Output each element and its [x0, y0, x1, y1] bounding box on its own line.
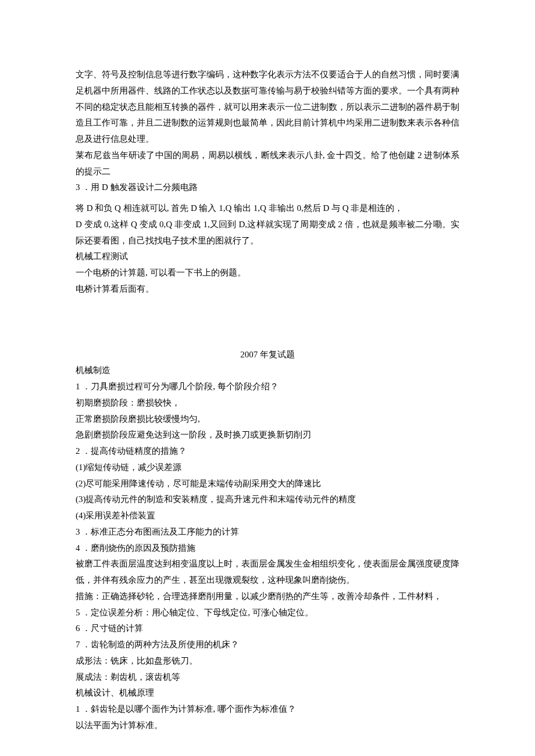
- paragraph: 4 ．磨削烧伤的原因及预防措施: [76, 540, 459, 557]
- paragraph: 成形法：铣床，比如盘形铣刀。: [76, 653, 459, 669]
- paragraph: D 变成 0,这样 Q 变成 0,Q 非变成 1,又回到 D,这样就实现了周期变…: [76, 217, 459, 249]
- paragraph: (4)采用误差补偿装置: [76, 508, 459, 524]
- paragraph: 3 ．标准正态分布图画法及工序能力的计算: [76, 524, 459, 540]
- paragraph: 正常磨损阶段磨损比较缓慢均匀,: [76, 411, 459, 428]
- spacer: [76, 298, 459, 347]
- paragraph: 3 ．用 D 触发器设计二分频电路: [76, 180, 459, 196]
- paragraph: 机械工程测试: [76, 249, 459, 265]
- paragraph: 电桥计算看后面有。: [76, 281, 459, 298]
- paragraph: 2 ．提高传动链精度的措施？: [76, 443, 459, 460]
- paragraph: 机械制造: [76, 363, 459, 379]
- paragraph: (1)缩短传动链，减少误差源: [76, 460, 459, 476]
- paragraph: (3)提高传动元件的制造和安装精度，提高升速元件和末端传动元件的精度: [76, 492, 459, 508]
- paragraph: 7 ．齿轮制造的两种方法及所使用的机床？: [76, 637, 459, 653]
- paragraph: 机械设计、机械原理: [76, 685, 459, 701]
- section-heading: 2007 年复试题: [76, 347, 459, 363]
- paragraph: 急剧磨损阶段应避免达到这一阶段，及时换刀或更换新切削刃: [76, 427, 459, 443]
- paragraph: 被磨工件表面层温度达到相变温度以上时，表面层金属发生金相组织变化，使表面层金属强…: [76, 556, 459, 589]
- paragraph: 初期磨损阶段：磨损较快，: [76, 395, 459, 411]
- paragraph: 展成法：剃齿机，滚齿机等: [76, 669, 459, 686]
- paragraph: 措施：正确选择砂轮，合理选择磨削用量，以减少磨削热的产生等，改善冷却条件，工件材…: [76, 589, 459, 605]
- document-page: 文字、符号及控制信息等进行数字编码，这种数字化表示方法不仅要适合于人的自然习惯，…: [0, 0, 535, 756]
- paragraph: 6 ．尺寸链的计算: [76, 621, 459, 637]
- spacer: [76, 196, 459, 200]
- paragraph: 文字、符号及控制信息等进行数字编码，这种数字化表示方法不仅要适合于人的自然习惯，…: [76, 67, 459, 148]
- paragraph: 1 ．刀具磨损过程可分为哪几个阶段, 每个阶段介绍？: [76, 379, 459, 395]
- paragraph: 一个电桥的计算题, 可以看一下书上的例题。: [76, 265, 459, 281]
- paragraph: 5 ．定位误差分析：用心轴定位、下母线定位, 可涨心轴定位。: [76, 605, 459, 621]
- paragraph: 莱布尼兹当年研读了中国的周易，周易以横线，断线来表示八卦, 金十四爻。给了他创建…: [76, 148, 459, 180]
- paragraph: 1 ．斜齿轮是以哪个面作为计算标准, 哪个面作为标准值？: [76, 701, 459, 718]
- paragraph: 以法平面为计算标准。: [76, 718, 459, 734]
- paragraph: (2)尽可能采用降速传动，尽可能是末端传动副采用交大的降速比: [76, 476, 459, 492]
- paragraph: 将 D 和负 Q 相连就可以, 首先 D 输入 1,Q 输出 1,Q 非输出 0…: [76, 200, 459, 217]
